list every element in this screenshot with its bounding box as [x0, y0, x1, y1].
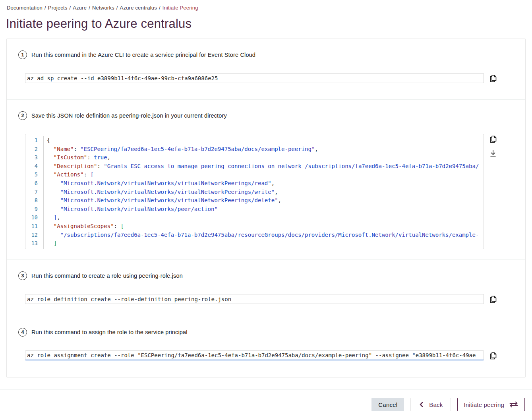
copy-icon: [489, 355, 497, 361]
copy-icon: [489, 299, 497, 305]
download-button[interactable]: [489, 149, 497, 157]
breadcrumb-separator: /: [159, 5, 161, 11]
step-4-label: Run this command to assign the role to t…: [31, 329, 188, 335]
breadcrumb-separator: /: [44, 5, 46, 11]
code-line: 8 "Microsoft.Network/virtualNetworks/vir…: [25, 196, 484, 205]
line-number: 5: [25, 170, 44, 179]
copy-button[interactable]: [489, 351, 497, 360]
code-line: 5 "Actions": [: [25, 170, 484, 179]
code-line: 11 "AssignableScopes": [: [25, 222, 484, 231]
step-3-number-badge: 3: [18, 271, 27, 280]
step-3-section: 3 Run this command to create a role usin…: [7, 260, 525, 316]
line-number: 8: [25, 196, 44, 205]
back-button[interactable]: Back: [410, 398, 451, 411]
line-content: "IsCustom": true,: [44, 153, 110, 162]
line-content: "AssignableScopes": [: [44, 222, 124, 231]
line-number: 10: [25, 213, 44, 222]
breadcrumb-item-azure-centralus[interactable]: Azure centralus: [120, 5, 157, 11]
line-content: }: [44, 248, 50, 249]
line-number: 4: [25, 162, 44, 171]
step-4-command-input[interactable]: [25, 350, 484, 360]
back-button-label: Back: [429, 401, 443, 408]
step-3-label: Run this command to create a role using …: [31, 273, 183, 279]
line-number: 6: [25, 179, 44, 188]
swap-arrows-icon: [509, 401, 518, 408]
line-number: 11: [25, 222, 44, 231]
breadcrumb-item-networks[interactable]: Networks: [92, 5, 114, 11]
line-content: {: [44, 136, 50, 145]
step-4-section: 4 Run this command to assign the role to…: [7, 316, 525, 377]
footer-actions: Cancel Back Initiate peering: [0, 389, 532, 411]
code-line: 2 "Name": "ESCPeering/fa7eed6a-1ec5-4efa…: [25, 145, 484, 154]
step-4-number-badge: 4: [18, 328, 27, 337]
step-3-command-input[interactable]: [25, 294, 484, 304]
line-content: "Microsoft.Network/virtualNetworks/virtu…: [44, 196, 281, 205]
code-line: 10 ],: [25, 213, 484, 222]
line-content: "Name": "ESCPeering/fa7eed6a-1ec5-4efa-b…: [44, 145, 318, 154]
line-content: ]: [44, 239, 57, 248]
line-content: "Actions": [: [44, 170, 94, 179]
line-number: 13: [25, 239, 44, 248]
line-number: 2: [25, 145, 44, 154]
copy-button[interactable]: [489, 74, 497, 83]
line-number: 1: [25, 136, 44, 145]
code-line: 6 "Microsoft.Network/virtualNetworks/vir…: [25, 179, 484, 188]
line-number: 14: [25, 248, 44, 249]
breadcrumb-item-projects[interactable]: Projects: [48, 5, 68, 11]
code-line: 9 "Microsoft.Network/virtualNetworks/pee…: [25, 205, 484, 214]
copy-button[interactable]: [489, 135, 497, 143]
copy-button[interactable]: [489, 295, 497, 304]
step-2-label: Save this JSON role definition as peerin…: [31, 112, 227, 119]
line-content: "/subscriptions/fa7eed6a-1ec5-4efa-b71a-…: [44, 231, 479, 240]
code-line: 13 ]: [25, 239, 484, 248]
copy-icon: [489, 78, 497, 84]
step-1-label: Run this command in the Azure CLI to cre…: [31, 52, 255, 58]
page: Documentation/Projects/Azure/Networks/Az…: [0, 0, 532, 420]
breadcrumb: Documentation/Projects/Azure/Networks/Az…: [0, 0, 532, 11]
step-2-section: 2 Save this JSON role definition as peer…: [7, 100, 525, 260]
breadcrumb-item-azure[interactable]: Azure: [73, 5, 87, 11]
json-role-editor[interactable]: 1{2 "Name": "ESCPeering/fa7eed6a-1ec5-4e…: [25, 134, 484, 249]
breadcrumb-separator: /: [69, 5, 71, 11]
code-line: 1{: [25, 136, 484, 145]
line-number: 3: [25, 153, 44, 162]
code-line: 3 "IsCustom": true,: [25, 153, 484, 162]
chevron-left-icon: [419, 401, 424, 408]
initiate-peering-label: Initiate peering: [464, 401, 504, 408]
step-1-section: 1 Run this command in the Azure CLI to c…: [7, 39, 525, 100]
breadcrumb-item-documentation[interactable]: Documentation: [7, 5, 43, 11]
line-number: 9: [25, 205, 44, 214]
line-number: 12: [25, 231, 44, 240]
breadcrumb-separator: /: [116, 5, 118, 11]
code-line: 7 "Microsoft.Network/virtualNetworks/vir…: [25, 188, 484, 197]
copy-icon: [489, 139, 497, 145]
line-content: "Microsoft.Network/virtualNetworks/virtu…: [44, 188, 278, 197]
line-number: 7: [25, 188, 44, 197]
download-icon: [489, 153, 497, 159]
code-line: 4 "Description": "Grants ESC access to m…: [25, 162, 484, 171]
step-1-number-badge: 1: [18, 50, 27, 59]
line-content: "Microsoft.Network/virtualNetworks/peer/…: [44, 205, 218, 214]
wizard-card: 1 Run this command in the Azure CLI to c…: [6, 39, 526, 377]
initiate-peering-button[interactable]: Initiate peering: [457, 398, 525, 411]
breadcrumb-current: Initiate Peering: [163, 5, 198, 11]
code-line: 12 "/subscriptions/fa7eed6a-1ec5-4efa-b7…: [25, 231, 484, 240]
page-title: Initiate peering to Azure centralus: [6, 17, 532, 31]
step-1-command-input[interactable]: [25, 73, 484, 83]
line-content: ],: [44, 213, 60, 222]
line-content: "Microsoft.Network/virtualNetworks/virtu…: [44, 179, 275, 188]
cancel-button[interactable]: Cancel: [371, 398, 404, 411]
step-2-number-badge: 2: [18, 111, 27, 120]
code-line: 14}: [25, 248, 484, 249]
line-content: "Description": "Grants ESC access to man…: [44, 162, 479, 171]
breadcrumb-separator: /: [89, 5, 90, 11]
